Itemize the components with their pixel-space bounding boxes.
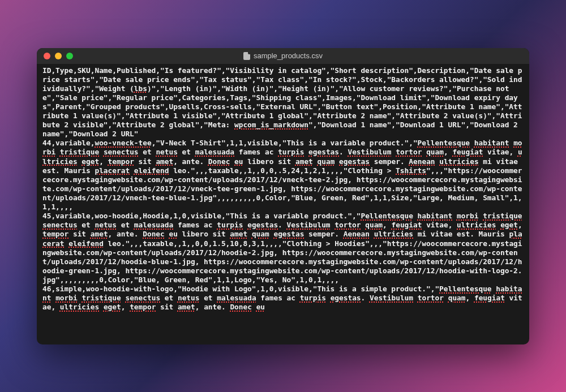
spellcheck-underline: Aenean xyxy=(344,230,370,238)
spellcheck-underline: quam xyxy=(318,157,335,166)
spellcheck-underline: Pellentesque xyxy=(418,139,470,147)
spellcheck-underline: habitant xyxy=(418,212,453,220)
spellcheck-underline: Donec xyxy=(208,157,230,166)
spellcheck-underline: malesuada xyxy=(134,221,173,229)
spellcheck-underline: quam xyxy=(365,221,383,229)
spellcheck-underline: morbi xyxy=(55,294,78,302)
spellcheck-underline: ultricies xyxy=(457,221,496,229)
spellcheck-underline: woo-vneck-tee xyxy=(95,139,151,147)
spellcheck-underline: egestas xyxy=(331,294,361,302)
spellcheck-underline: feugiat xyxy=(474,294,505,302)
titlebar[interactable]: sample_products.csv xyxy=(37,48,529,64)
spellcheck-underline: netus xyxy=(95,221,117,229)
spellcheck-underline: turpis xyxy=(300,294,326,302)
spellcheck-underline: Pellentesque xyxy=(439,285,491,293)
spellcheck-underline: Vestibulum xyxy=(348,148,391,156)
spellcheck-underline: senectus xyxy=(42,221,78,229)
spellcheck-underline: amet xyxy=(91,230,108,238)
spellcheck-underline: placerat xyxy=(95,166,130,175)
spellcheck-underline: tortor xyxy=(335,221,361,229)
spellcheck-underline: tristique xyxy=(60,148,99,156)
spellcheck-underline: Vestibulum xyxy=(370,294,413,302)
spellcheck-underline: quam xyxy=(426,148,444,156)
spellcheck-underline: eleifend xyxy=(68,239,104,248)
window-title: sample_products.csv xyxy=(254,51,323,60)
spellcheck-underline: egestas xyxy=(247,221,278,229)
spellcheck-underline: amet xyxy=(178,303,195,311)
spellcheck-underline: senectus xyxy=(125,294,160,302)
spellcheck-underline: habitant xyxy=(474,139,509,147)
spellcheck-underline: wpcom_is_markdown xyxy=(234,120,308,129)
spellcheck-underline: ultricies xyxy=(439,157,478,166)
spellcheck-underline: lbs xyxy=(134,84,147,93)
spellcheck-underline: eu xyxy=(169,230,177,238)
spellcheck-underline: egestas xyxy=(273,230,304,238)
minimize-button[interactable] xyxy=(55,53,62,59)
spellcheck-underline: quam xyxy=(448,294,466,302)
spellcheck-underline: Donec xyxy=(230,303,252,311)
spellcheck-underline: ultricies xyxy=(374,230,413,238)
spellcheck-underline: tortor xyxy=(396,148,422,156)
spellcheck-underline: turpis xyxy=(217,221,243,229)
spellcheck-underline: amet xyxy=(295,157,313,166)
spellcheck-underline: eleifend xyxy=(134,166,169,175)
spellcheck-underline: eget xyxy=(500,221,518,229)
spellcheck-underline: amet xyxy=(156,157,173,166)
spellcheck-underline: egestas xyxy=(339,157,370,166)
spellcheck-underline: malesuada xyxy=(195,148,234,156)
spellcheck-underline: turpis xyxy=(278,148,304,156)
spellcheck-underline: tempor xyxy=(130,303,156,311)
spellcheck-underline: ultricies xyxy=(60,303,99,311)
document-icon xyxy=(243,52,250,60)
spellcheck-underline: eget xyxy=(82,157,99,166)
spellcheck-underline: tristique xyxy=(82,294,121,302)
spellcheck-underline: feugiat xyxy=(392,221,422,229)
spellcheck-underline: quam xyxy=(252,230,269,238)
spellcheck-underline: malesuada xyxy=(217,294,256,302)
file-content[interactable]: ID,Type,SKU,Name,Published,"Is featured?… xyxy=(37,64,529,344)
editor-window: sample_products.csv ID,Type,SKU,Name,Pub… xyxy=(37,48,529,344)
spellcheck-underline: morbi xyxy=(457,212,479,220)
spellcheck-underline: tempor xyxy=(108,157,134,166)
spellcheck-underline: tristique xyxy=(483,212,522,220)
spellcheck-underline: tempor xyxy=(42,230,68,238)
title-wrap: sample_products.csv xyxy=(37,51,529,60)
traffic-lights xyxy=(44,53,73,59)
spellcheck-underline: eget xyxy=(104,303,121,311)
spellcheck-underline: egestas xyxy=(308,148,339,156)
spellcheck-underline: Tshirts xyxy=(396,166,426,175)
spellcheck-underline: senectus xyxy=(104,148,139,156)
spellcheck-underline: Donec xyxy=(143,230,165,238)
spellcheck-underline: netus xyxy=(156,148,178,156)
spellcheck-underline: eu xyxy=(256,303,265,311)
spellcheck-underline: Vestibulum xyxy=(287,221,331,229)
spellcheck-underline: feugiat xyxy=(452,148,483,156)
spellcheck-underline: tortor xyxy=(418,294,444,302)
spellcheck-underline: Aenean xyxy=(409,157,435,166)
spellcheck-underline: netus xyxy=(178,294,200,302)
spellcheck-underline: amet xyxy=(230,230,247,238)
close-button[interactable] xyxy=(44,53,50,59)
spellcheck-underline: Pellentesque xyxy=(361,212,413,220)
maximize-button[interactable] xyxy=(66,53,73,59)
spellcheck-underline: eu xyxy=(234,157,243,166)
